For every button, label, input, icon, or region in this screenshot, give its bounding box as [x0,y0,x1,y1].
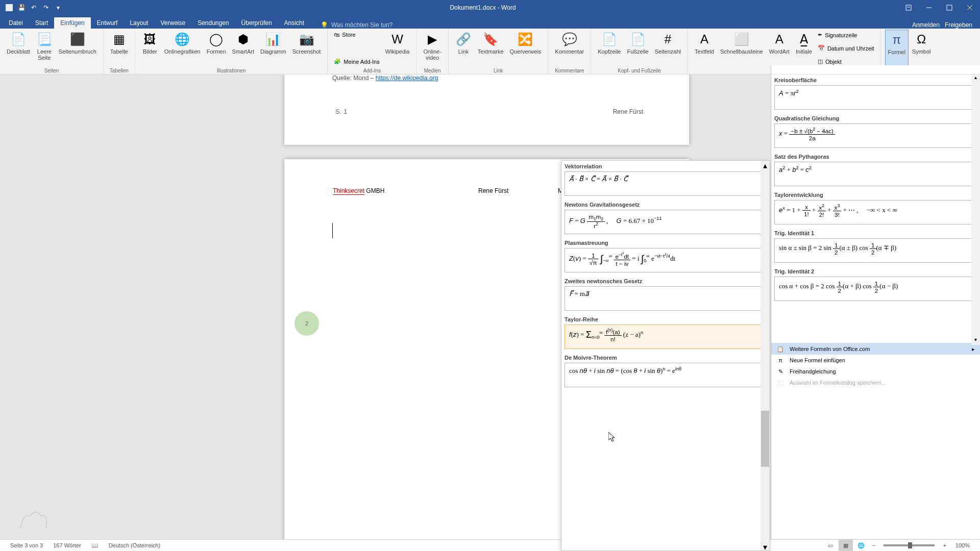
scroll-down-icon[interactable]: ▾ [761,542,770,550]
zoom-level[interactable]: 100% [950,542,975,548]
formula-item[interactable]: VektorrelationA⃗ · B⃗ × C⃗ = A⃗ × B⃗ · C… [561,161,770,199]
share-button[interactable]: Freigeben [945,21,972,29]
pictures-button[interactable]: 🖼Bilder [139,30,161,67]
tab-mailings[interactable]: Sendungen [191,17,235,29]
link-button[interactable]: 🔗Link [453,30,474,67]
chart-button[interactable]: 📊Diagramm [258,30,289,67]
gallery-scrollbar[interactable]: ▴ ▾ [761,161,770,550]
scroll-up-icon[interactable]: ▴ [761,161,770,169]
source-link[interactable]: https://de.wikipedia.org [376,74,438,82]
formula-preview: a2 + b2 = c2 [774,162,977,186]
formula-item[interactable]: Trig. Identität 2cos α + cos β = 2 cos 1… [771,266,980,304]
cover-page-icon: 📄 [10,31,27,47]
equation-button[interactable]: πFormel [885,30,909,67]
online-video-button[interactable]: ▶Online- video [421,30,444,67]
status-language[interactable]: Deutsch (Österreich) [104,542,165,548]
datetime-button[interactable]: 📅Datum und Uhrzeit [816,44,876,53]
tab-layout[interactable]: Layout [124,17,154,29]
read-mode-icon[interactable]: ▭ [823,540,838,552]
textbox-button[interactable]: ATextfeld [692,30,717,67]
source-text: Quelle: Mond – https://de.wikipedia.org [332,74,438,82]
window-controls [898,0,980,15]
redo-icon[interactable]: ↷ [42,4,50,12]
wikipedia-button[interactable]: WWikipedia [383,30,412,67]
scroll-up-icon[interactable]: ▴ [971,74,980,83]
my-addins-button[interactable]: 🧩Meine Add-Ins [332,57,381,66]
tab-insert[interactable]: Einfügen [54,17,90,29]
footer-button[interactable]: 📄Fußzeile [624,30,651,67]
more-office-formulas[interactable]: 📋 Weitere Formeln von Office.com ▸ [771,343,980,355]
web-layout-icon[interactable]: 🌐 [854,540,868,552]
quickparts-button[interactable]: ⬜Schnellbausteine [718,30,766,67]
ribbon-group-tables: ▦Tabelle Tabellen [104,29,135,74]
table-button[interactable]: ▦Tabelle [108,30,131,67]
close-icon[interactable] [960,0,980,15]
wordart-icon: A [771,31,788,47]
tell-me-search[interactable]: 💡 Was möchten Sie tun? [321,21,393,29]
crossref-button[interactable]: 🔀Querverweis [507,30,544,67]
save-icon[interactable]: 💾 [17,4,26,12]
formula-item[interactable]: Taylor-Reihef(z) = Σn=0∞ f(n)(a)n! (z − … [561,314,770,352]
zoom-in-icon[interactable]: + [940,542,949,548]
formula-preview: f(z) = Σn=0∞ f(n)(a)n! (z − a)n [565,324,767,349]
tab-home[interactable]: Start [29,17,54,29]
shapes-button[interactable]: ◯Formen [204,30,229,67]
signature-icon: ✒ [818,32,822,38]
tab-file[interactable]: Datei [3,17,29,29]
gallery-search[interactable] [771,65,980,74]
object-button[interactable]: ◫Objekt [816,57,876,66]
page-break-button[interactable]: ⬛Seitenumbruch [56,30,99,67]
crossref-icon: 🔀 [517,31,533,47]
formula-item[interactable]: Newtons GravitationsgesetzF = G m1m2r2 ,… [561,199,770,237]
formula-item[interactable]: Trig. Identität 1sin α ± sin β = 2 sin 1… [771,228,980,266]
print-layout-icon[interactable]: ▦ [839,540,853,552]
right-scrollbar[interactable]: ▴ ▾ [971,74,980,345]
qat-customize-icon[interactable]: ▾ [54,4,62,12]
new-equation[interactable]: π Neue Formel einfügen [771,355,980,366]
formula-title: Plasmastreuung [565,238,767,248]
chart-icon: 📊 [265,31,281,47]
wordart-button[interactable]: AWordArt [767,30,792,67]
tab-design[interactable]: Entwurf [91,17,124,29]
smartart-button[interactable]: ⬢SmartArt [230,30,257,67]
header-button[interactable]: 📄Kopfzeile [595,30,623,67]
ribbon-options-icon[interactable] [898,0,919,15]
blank-page-button[interactable]: 📃Leere Seite [34,30,55,67]
pagenum-button[interactable]: #Seitenzahl [652,30,683,67]
formula-preview: A⃗ · B⃗ × C⃗ = A⃗ × B⃗ · C⃗ [565,171,767,196]
signature-line-button[interactable]: ✒Signaturzeile [816,31,876,39]
comment-marker[interactable]: 2 [295,311,319,336]
online-pictures-button[interactable]: 🌐Onlinegrafiken [162,30,203,67]
symbol-button[interactable]: ΩSymbol [910,30,934,67]
status-words[interactable]: 167 Wörter [48,542,86,548]
cover-page-button[interactable]: 📄Deckblatt [4,30,33,67]
store-button[interactable]: 🛍Store [332,31,381,39]
status-spellcheck-icon[interactable]: 📖 [86,542,104,549]
comment-button[interactable]: 💬Kommentar [552,30,586,67]
status-page[interactable]: Seite 3 von 3 [5,542,48,548]
zoom-out-icon[interactable]: − [869,542,878,548]
save-selection: ⬚ Auswahl im Formelkatalog speichern... [771,377,980,388]
zoom-thumb[interactable] [908,542,912,548]
bookmark-button[interactable]: 🔖Textmarke [475,30,506,67]
formula-item[interactable]: Quadratische Gleichungx = −b ± √(b2 − 4a… [771,113,980,151]
zoom-slider[interactable] [884,544,935,546]
screenshot-button[interactable]: 📷Screenshot [290,30,324,67]
formula-item[interactable]: Zweites newtonsches GesetzF⃗ = ma⃗ [561,276,770,314]
formula-item[interactable]: Satz des Pythagorasa2 + b2 = c2 [771,151,980,189]
formula-item[interactable]: PlasmastreuungZ(v) = 1√π ∫−∞∞ e−t2dtt − … [561,237,770,276]
formula-item[interactable]: Taylorentwicklungex = 1 + x1! + x22! + x… [771,189,980,228]
formula-item[interactable]: KreisoberflächeA = πr2 [771,74,980,113]
undo-icon[interactable]: ↶ [30,4,38,12]
tab-references[interactable]: Verweise [154,17,191,29]
tab-view[interactable]: Ansicht [278,17,310,29]
scroll-thumb[interactable] [761,411,769,467]
signin-link[interactable]: Anmelden [912,21,940,29]
initial-button[interactable]: A̲Initiale [793,30,815,67]
ink-equation[interactable]: ✎ Freihandgleichung [771,366,980,377]
formula-item[interactable]: De Moivre-Theoremcos nθ + i sin nθ = (co… [561,352,770,390]
scroll-down-icon[interactable]: ▾ [971,337,980,345]
maximize-icon[interactable] [939,0,960,15]
minimize-icon[interactable] [919,0,939,15]
tab-review[interactable]: Überprüfen [235,17,278,29]
